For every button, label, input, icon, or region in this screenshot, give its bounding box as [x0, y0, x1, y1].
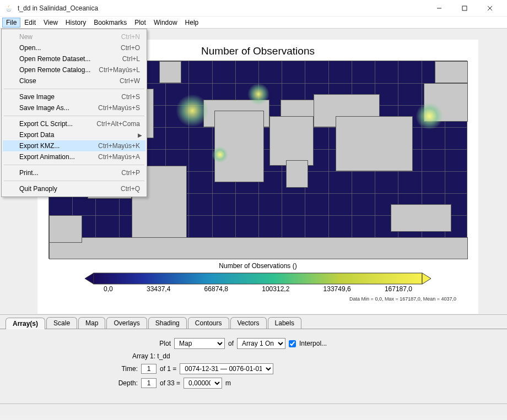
- maximize-button[interactable]: [452, 0, 477, 17]
- color-legend: [43, 272, 473, 285]
- array-header: Array 1: t_dd: [132, 352, 170, 360]
- tab-contours[interactable]: Contours: [188, 317, 229, 329]
- svg-marker-4: [85, 273, 94, 284]
- menu-help[interactable]: Help: [181, 18, 203, 28]
- tabs-strip: Array(s) Scale Map Overlays Shading Cont…: [0, 315, 507, 329]
- tick-3: 100312,2: [262, 285, 289, 293]
- depth-index-input[interactable]: [141, 378, 157, 388]
- legend-title: Number of Observations (): [43, 262, 473, 270]
- tick-2: 66874,8: [204, 285, 228, 293]
- menu-item-save-image-as[interactable]: Save Image As...Ctrl+Mayús+S: [3, 102, 145, 113]
- status-bar: [0, 403, 507, 416]
- menu-window[interactable]: Window: [150, 18, 181, 28]
- java-icon: [4, 4, 13, 13]
- menu-item-export-cl-script[interactable]: Export CL Script...Ctrl+Alt+Coma: [3, 118, 145, 129]
- tab-overlays[interactable]: Overlays: [106, 317, 147, 329]
- array-select[interactable]: Array 1 Only: [237, 338, 285, 349]
- legend-ticks: 0,0 33437,4 66874,8 100312,2 133749,6 16…: [93, 285, 423, 293]
- stats-line: Data Min = 0,0, Max = 167187,0, Mean = 4…: [43, 296, 473, 302]
- time-index-input[interactable]: [141, 364, 157, 374]
- tab-labels[interactable]: Labels: [268, 317, 301, 329]
- interpolate-label: Interpol...: [299, 340, 327, 347]
- tick-4: 133749,6: [323, 285, 351, 293]
- tick-5: 167187,0: [385, 285, 412, 293]
- tab-vectors[interactable]: Vectors: [230, 317, 267, 329]
- menu-plot[interactable]: Plot: [131, 18, 150, 28]
- menu-item-quit-panoply[interactable]: Quit PanoplyCtrl+Q: [3, 183, 145, 194]
- time-of: of 1 =: [160, 365, 176, 373]
- menu-file[interactable]: File: [2, 18, 20, 28]
- svg-rect-5: [94, 273, 422, 284]
- menu-item-new: NewCtrl+N: [3, 31, 145, 42]
- menu-item-open-remote-dataset[interactable]: Open Remote Dataset...Ctrl+L: [3, 53, 145, 64]
- tab-arrays[interactable]: Array(s): [6, 318, 45, 329]
- window-title: t_dd in Salinidad_Oceanica: [18, 4, 427, 12]
- menu-item-open[interactable]: Open...Ctrl+O: [3, 42, 145, 53]
- menu-edit[interactable]: Edit: [20, 18, 40, 28]
- of-label: of: [228, 340, 234, 347]
- time-value-select[interactable]: 0074-12-31 — 0076-01-01: [180, 363, 273, 374]
- controls-panel: Plot Map of Array 1 Only Interpol... Arr…: [0, 329, 507, 403]
- menu-bar: File Edit View History Bookmarks Plot Wi…: [0, 17, 507, 29]
- depth-label: Depth:: [110, 379, 138, 387]
- depth-unit: m: [225, 379, 231, 387]
- tab-map[interactable]: Map: [78, 317, 105, 329]
- depth-value-select[interactable]: 0,00000: [184, 378, 222, 389]
- menu-history[interactable]: History: [62, 18, 90, 28]
- tick-1: 33437,4: [147, 285, 170, 293]
- tab-shading[interactable]: Shading: [148, 317, 187, 329]
- plot-label: Plot: [110, 340, 171, 347]
- menu-item-close[interactable]: CloseCtrl+W: [3, 75, 145, 86]
- plot-type-select[interactable]: Map: [174, 338, 225, 349]
- svg-marker-6: [422, 273, 431, 284]
- menu-item-open-remote-catalog[interactable]: Open Remote Catalog...Ctrl+Mayús+L: [3, 64, 145, 75]
- menu-item-save-image[interactable]: Save ImageCtrl+S: [3, 91, 145, 102]
- interpolate-checkbox[interactable]: [289, 340, 296, 347]
- menu-item-print[interactable]: Print...Ctrl+P: [3, 167, 145, 178]
- tick-0: 0,0: [104, 285, 113, 293]
- menu-view[interactable]: View: [40, 18, 62, 28]
- title-bar: t_dd in Salinidad_Oceanica: [0, 0, 507, 17]
- time-label: Time:: [110, 365, 138, 373]
- depth-of: of 33 =: [160, 379, 180, 387]
- minimize-button[interactable]: [427, 0, 452, 17]
- file-dropdown: NewCtrl+NOpen...Ctrl+OOpen Remote Datase…: [1, 29, 147, 197]
- menu-item-export-animation[interactable]: Export Animation...Ctrl+Mayús+A: [3, 151, 145, 162]
- menu-bookmarks[interactable]: Bookmarks: [90, 18, 131, 28]
- menu-item-export-kmz[interactable]: Export KMZ...Ctrl+Mayús+K: [3, 140, 145, 151]
- svg-rect-1: [462, 6, 467, 10]
- close-button[interactable]: [477, 0, 503, 17]
- menu-item-export-data[interactable]: Export Data▶: [3, 129, 145, 140]
- tab-scale[interactable]: Scale: [46, 317, 77, 329]
